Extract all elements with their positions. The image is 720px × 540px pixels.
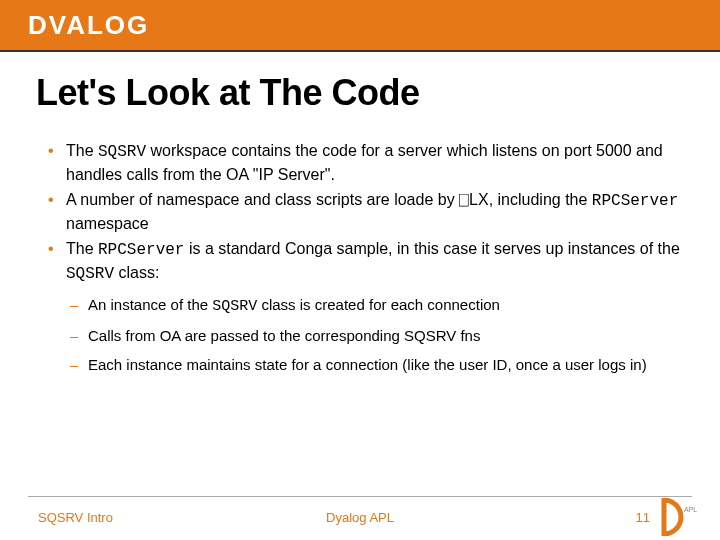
sub-bullet-item: Calls from OA are passed to the correspo… xyxy=(68,325,684,346)
page-number: 11 xyxy=(636,510,650,525)
brand-logo: DVALOG xyxy=(28,10,149,41)
code-text: SQSRV xyxy=(212,298,257,315)
code-text: RPCServer xyxy=(592,192,678,210)
svg-text:APL: APL xyxy=(684,506,697,513)
text: An instance of the xyxy=(88,296,212,313)
slide-content: Let's Look at The Code The SQSRV workspa… xyxy=(0,52,720,375)
sub-bullet-item: Each instance maintains state for a conn… xyxy=(68,354,684,375)
sub-bullet-list: An instance of the SQSRV class is create… xyxy=(66,294,684,375)
sub-bullet-item: An instance of the SQSRV class is create… xyxy=(68,294,684,317)
code-text: SQSRV xyxy=(98,143,146,161)
text: The xyxy=(66,142,98,159)
text: Calls from OA are passed to the correspo… xyxy=(88,327,480,344)
page-title: Let's Look at The Code xyxy=(36,72,684,114)
text: A number of namespace and class scripts … xyxy=(66,191,592,208)
text: namespace xyxy=(66,215,149,232)
bullet-item: The RPCServer is a standard Conga sample… xyxy=(44,238,684,374)
code-text: RPCServer xyxy=(98,241,184,259)
bullet-item: The SQSRV workspace contains the code fo… xyxy=(44,140,684,185)
text: is a standard Conga sample, in this case… xyxy=(184,240,679,257)
footer: SQSRV Intro Dyalog APL 11 APL xyxy=(0,496,720,540)
bullet-list: The SQSRV workspace contains the code fo… xyxy=(36,140,684,375)
text: The xyxy=(66,240,98,257)
text: workspace contains the code for a server… xyxy=(66,142,663,183)
text: Each instance maintains state for a conn… xyxy=(88,356,647,373)
header-bar: DVALOG xyxy=(0,0,720,50)
code-text: SQSRV xyxy=(66,265,114,283)
footer-left-text: SQSRV Intro xyxy=(38,510,113,525)
text: class: xyxy=(114,264,159,281)
footer-divider xyxy=(28,496,692,497)
footer-center-text: Dyalog APL xyxy=(326,510,394,525)
text: class is created for each connection xyxy=(257,296,500,313)
footer-logo-icon: APL xyxy=(658,498,702,536)
bullet-item: A number of namespace and class scripts … xyxy=(44,189,684,234)
